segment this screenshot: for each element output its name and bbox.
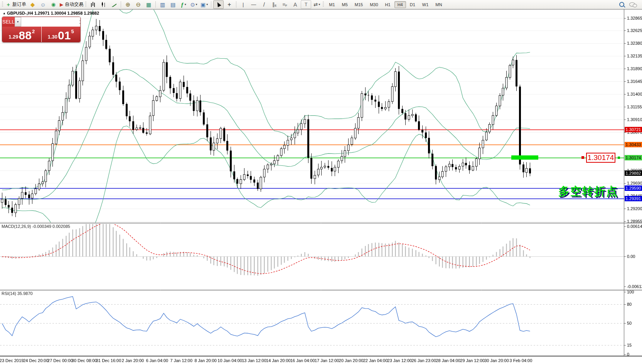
chevron-down-icon: ▾ bbox=[196, 3, 197, 6]
text-button[interactable]: A bbox=[290, 1, 300, 8]
timeframe-h1[interactable]: H1 bbox=[382, 1, 394, 8]
sell-price-sup: 2 bbox=[32, 29, 35, 34]
chat-icon bbox=[629, 2, 635, 7]
date-axis-label: 10 Jan 04:00 bbox=[217, 358, 242, 363]
date-axis-label: 13 Jan 12:00 bbox=[242, 358, 266, 363]
timeframe-m30[interactable]: M30 bbox=[367, 1, 381, 8]
fibonacci-button[interactable]: ≡F bbox=[280, 1, 290, 8]
shapes-icon: ⇄ bbox=[313, 2, 318, 7]
tile-windows-button[interactable]: ▦ bbox=[144, 1, 153, 8]
template-icon: ▣ bbox=[201, 2, 206, 7]
date-axis-label: 29 Jan 12:00 bbox=[460, 358, 485, 363]
crosshair-icon: + bbox=[227, 2, 231, 8]
date-axis-label: 31 Dec 16:00 bbox=[96, 358, 121, 363]
volume-control: ▾ ▴ bbox=[15, 17, 81, 27]
price-axis-tick: 1.31890 bbox=[627, 66, 642, 71]
timeframe-mn[interactable]: MN bbox=[432, 1, 445, 8]
toolbar-separator bbox=[155, 1, 156, 8]
signals-button[interactable]: ◉ bbox=[49, 1, 58, 8]
volume-input[interactable] bbox=[21, 17, 81, 27]
rsi-axis-tick: 100 bbox=[627, 289, 634, 295]
arrange-horizontal-button[interactable]: ▤ bbox=[168, 1, 178, 8]
timeframe-w1[interactable]: W1 bbox=[419, 1, 432, 8]
zoom-out-button[interactable]: ⊖ bbox=[133, 1, 143, 8]
auto-trading-button[interactable]: ▶ 自动交易 bbox=[59, 1, 84, 8]
price-axis-tick: 1.28955 bbox=[627, 219, 642, 224]
signal-icon: ◉ bbox=[51, 2, 56, 7]
candlestick-chart-button[interactable] bbox=[99, 1, 108, 8]
date-axis-label: 3 Feb 04:00 bbox=[510, 358, 532, 363]
chat-button[interactable] bbox=[627, 1, 637, 8]
timeframe-h4[interactable]: H4 bbox=[394, 1, 406, 8]
buy-price-prefix: 1.30 bbox=[48, 34, 57, 40]
chart-title: ▲ GBPUSD-,H4 1.29971 1.30004 1.29858 1.2… bbox=[3, 11, 99, 15]
tile-windows-icon: ▦ bbox=[146, 2, 151, 7]
price-level-badge: 1.29590 bbox=[625, 185, 642, 191]
sell-price-display[interactable]: 1.29882 bbox=[2, 27, 41, 42]
channel-button[interactable]: ∥E bbox=[270, 1, 279, 8]
buy-price-display[interactable]: 1.30015 bbox=[42, 27, 81, 42]
toolbar-grip bbox=[323, 2, 324, 7]
new-order-icon: ＋ bbox=[6, 2, 11, 7]
macd-axis-tick: 0.006146 bbox=[627, 224, 642, 229]
timeframe-m1[interactable]: M1 bbox=[326, 1, 338, 8]
price-axis-tick: 1.29200 bbox=[627, 206, 642, 211]
price-callout-label[interactable]: 1.30174 bbox=[586, 153, 615, 163]
date-axis-label: 28 Jan 04:00 bbox=[436, 358, 460, 363]
sell-price-big: 88 bbox=[19, 30, 32, 40]
cursor-icon bbox=[216, 1, 221, 7]
arrange-vertical-icon: ▥ bbox=[160, 2, 165, 7]
shapes-button[interactable]: ⇄ ▾ bbox=[312, 1, 322, 8]
crosshair-button[interactable]: + bbox=[224, 1, 234, 8]
auto-trading-icon: ▶ bbox=[60, 2, 63, 7]
price-axis-tick: 1.32380 bbox=[627, 40, 642, 46]
toolbar-grip bbox=[85, 2, 86, 7]
price-axis-tick: 1.31400 bbox=[627, 91, 642, 97]
buy-price-sup: 5 bbox=[71, 29, 74, 34]
sell-button[interactable]: SELL bbox=[2, 17, 15, 27]
new-order-label: 新订单 bbox=[12, 1, 26, 8]
toolbar-separator bbox=[211, 1, 211, 8]
data-window-button[interactable]: ☺ bbox=[38, 1, 48, 8]
date-axis-label: 23 Jan 12:00 bbox=[388, 358, 412, 363]
price-chart-canvas[interactable] bbox=[0, 0, 642, 364]
zoom-in-icon: ⊕ bbox=[125, 2, 130, 7]
date-axis-label: 7 Jan 12:00 bbox=[170, 358, 193, 363]
gem-icon: ◆ bbox=[30, 2, 35, 7]
price-level-badge: 1.29391 bbox=[625, 196, 642, 201]
main-toolbar: ＋ 新订单 ◆ ☺ ◉ ▶ 自动交易 ⊕ ⊖ ▦ ▥ ▤ ƒ ▾ ⊙ ▾ ▣ ▾… bbox=[0, 0, 642, 9]
cursor-button[interactable] bbox=[213, 0, 224, 9]
text-label-button[interactable]: T bbox=[301, 0, 311, 9]
bar-chart-icon bbox=[91, 2, 96, 7]
timeframe-m15[interactable]: M15 bbox=[352, 1, 366, 8]
arrange-vertical-button[interactable]: ▥ bbox=[158, 1, 167, 8]
buy-price-big: 01 bbox=[58, 30, 71, 40]
market-watch-button[interactable]: ◆ bbox=[28, 1, 37, 8]
bar-chart-button[interactable] bbox=[88, 1, 98, 8]
toolbar-grip bbox=[2, 2, 3, 7]
timeframe-d1[interactable]: D1 bbox=[407, 1, 418, 8]
new-order-button[interactable]: ＋ 新订单 bbox=[5, 1, 27, 8]
macd-axis-tick: 0.00 bbox=[627, 254, 635, 259]
line-chart-icon bbox=[111, 2, 116, 7]
date-axis-label: 8 Jan 20:00 bbox=[194, 358, 217, 363]
price-axis-tick: 1.32135 bbox=[627, 53, 642, 59]
timeframe-m5[interactable]: M5 bbox=[339, 1, 351, 8]
templates-button[interactable]: ▣ ▾ bbox=[199, 1, 209, 8]
horizontal-line-button[interactable]: — bbox=[249, 1, 258, 8]
trendline-button[interactable]: / bbox=[259, 1, 269, 8]
price-level-badge: 1.30433 bbox=[625, 142, 642, 147]
current-price-badge: 1.29882 bbox=[625, 170, 642, 176]
price-axis-tick: 1.30910 bbox=[627, 117, 642, 122]
zoom-in-button[interactable]: ⊕ bbox=[123, 1, 133, 8]
periods-button[interactable]: ⊙ ▾ bbox=[189, 1, 199, 8]
search-button[interactable] bbox=[617, 1, 627, 8]
date-axis-label: 23 Dec 2019 bbox=[0, 358, 24, 363]
vertical-line-button[interactable]: | bbox=[238, 1, 248, 8]
volume-decrease-button[interactable]: ▾ bbox=[15, 17, 21, 27]
indicators-button[interactable]: ƒ ▾ bbox=[179, 1, 188, 8]
line-chart-button[interactable] bbox=[109, 1, 119, 8]
arrange-horizontal-icon: ▤ bbox=[170, 2, 175, 7]
macd-axis-tick: -0.006138 bbox=[627, 284, 642, 289]
text-icon: A bbox=[293, 2, 297, 7]
